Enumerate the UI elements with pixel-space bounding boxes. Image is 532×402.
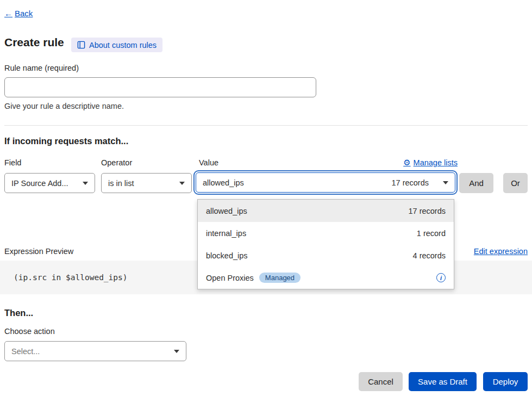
list-count: 1 record [417,229,446,238]
book-icon [77,41,85,49]
expression-code: (ip.src in $allowed_ips) [14,273,128,282]
dropdown-item-blocked-ips[interactable]: blocked_ips 4 records [198,244,454,267]
value-select-focus-ring: allowed_ips 17 records [193,170,458,195]
gear-icon: ⚙ [403,158,410,168]
operator-select-value: is in list [108,179,134,188]
expression-preview-label: Expression Preview [4,247,73,256]
value-select[interactable]: allowed_ips 17 records [196,172,455,193]
managed-badge: Managed [259,273,301,283]
action-select[interactable]: Select... [4,341,186,361]
rule-name-helper: Give your rule a descriptive name. [4,102,124,110]
back-arrow-icon: ← [4,9,12,18]
list-name: Open Proxies [206,274,254,282]
deploy-button[interactable]: Deploy [483,372,528,391]
chevron-down-icon [174,350,179,353]
manage-lists-label: Manage lists [414,158,458,167]
dropdown-item-open-proxies[interactable]: Open Proxies Managed i [198,267,454,289]
list-count: 17 records [408,207,446,215]
value-select-count: 17 records [391,178,429,187]
operator-select[interactable]: is in list [101,173,192,193]
choose-action-label: Choose action [4,327,55,336]
operator-column-label: Operator [101,158,132,167]
rule-name-label: Rule name (required) [4,64,79,72]
list-name: blocked_ips [206,251,248,260]
chevron-down-icon [179,182,185,185]
chevron-down-icon [83,182,88,185]
match-section-title: If incoming requests match... [4,136,128,146]
list-name: allowed_ips [206,207,247,215]
about-custom-rules-link[interactable]: About custom rules [71,38,162,52]
cancel-button[interactable]: Cancel [359,372,403,391]
dropdown-item-allowed-ips[interactable]: allowed_ips 17 records [198,200,454,222]
field-select-value: IP Source Add... [11,179,68,188]
about-badge-label: About custom rules [89,41,157,50]
manage-lists-link[interactable]: ⚙Manage lists [403,158,458,168]
value-column-label: Value [199,158,218,167]
chevron-down-icon [443,181,448,184]
info-icon[interactable]: i [436,273,446,282]
back-label: Back [15,9,33,18]
list-count: 4 records [413,251,446,260]
field-select[interactable]: IP Source Add... [4,173,95,193]
back-link[interactable]: ←Back [4,9,33,18]
save-as-draft-button[interactable]: Save as Draft [409,372,477,391]
and-button[interactable]: And [459,173,493,193]
field-column-label: Field [4,158,21,167]
section-divider [4,125,528,126]
value-dropdown-panel: allowed_ips 17 records internal_ips 1 re… [197,199,454,289]
value-select-name: allowed_ips [203,178,244,187]
or-button[interactable]: Or [503,173,528,193]
create-rule-page: ←Back Create rule About custom rules Rul… [0,0,532,402]
page-title: Create rule [4,36,64,49]
then-section-title: Then... [4,308,33,318]
edit-expression-link[interactable]: Edit expression [474,247,528,256]
list-name: internal_ips [206,229,246,238]
rule-name-input[interactable] [4,77,316,97]
action-select-placeholder: Select... [11,347,40,356]
dropdown-item-internal-ips[interactable]: internal_ips 1 record [198,222,454,244]
